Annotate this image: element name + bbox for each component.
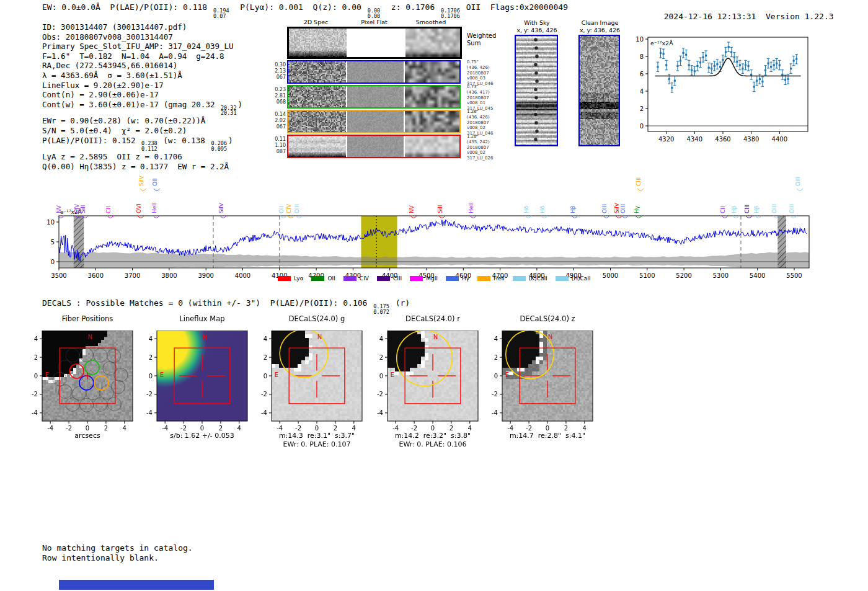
spec2d-row-1-left-0: 0.23 [273, 87, 286, 93]
line-label-bracket-23 [722, 216, 728, 218]
info-6-text-0: LineFlux = 9.20(±2.90)e-17 [42, 81, 164, 90]
errbar-pt-46 [787, 78, 789, 80]
spec2d-row-3-pixelflat [347, 136, 404, 157]
line-label-bracket-24 [733, 216, 739, 218]
panel-ytick-label-g-0: -4 [261, 409, 267, 416]
panel-ytick-label-r-4: 4 [379, 335, 383, 342]
spec2d-title-smoothed: Smoothed [404, 19, 458, 25]
line-label-OIII-28: OIII [789, 204, 795, 213]
spec2d-row-0-left-0: 0.30 [273, 62, 286, 68]
spec2d-row-1-left-2: 068 [273, 99, 286, 105]
legend-label-MgII: MgII [426, 275, 438, 282]
line-label-bracket-25 [746, 216, 752, 218]
info-11-text-0: P(LAE)/P(OII): 0.152 [42, 136, 140, 145]
panel-ytick-label-z-4: 4 [494, 335, 498, 342]
line-label-bracket-7 [154, 189, 160, 191]
line-label-bracket-15 [525, 216, 531, 218]
spec2d-row-3-right-1: (435, 242) [467, 140, 504, 145]
spec2d-row-1-left-1: 2.81 [273, 93, 286, 99]
fiber-circle-gray-1 [80, 348, 94, 362]
spec2d-row-3-right-0: 1.28" [467, 134, 504, 140]
detection-info-block: ID: 3001314407 (3001314407.pdf)Obs: 2018… [42, 22, 242, 171]
weighted-sum-label-2: Sum [467, 40, 496, 47]
panel-ytick-label-fiber-0: -4 [32, 409, 38, 416]
spec2d-row-0-left-labels: 0.302.13067 [273, 62, 286, 81]
compass-e-z: E [505, 371, 509, 378]
line-label-bracket-17 [572, 216, 578, 218]
errbar-pt-44 [781, 74, 783, 76]
spec2d-row-2-right-labels: 1.26"(436, 426)20180807v008_02317_LU_046 [467, 109, 504, 136]
spec2d-row-2-smoothed [405, 111, 459, 132]
fiber-circle-gray-2 [94, 349, 107, 362]
panel-ytick-label-lineflux-2: 0 [149, 373, 153, 380]
line-label-CIII-25: CIII [744, 205, 750, 213]
legend-swatch-Lyα [278, 276, 291, 281]
panel-caption1-z: m:14.7 re:2.8" s:4.1" [477, 432, 618, 440]
errbar-pt-15 [699, 61, 701, 63]
line-label-Hδ-16: Hδ [539, 205, 546, 213]
panel-ytick-label-r-1: -2 [377, 391, 383, 398]
legend-swatch-Hγ [446, 276, 459, 281]
panel-xtick-label-lineflux-3: 2 [219, 425, 223, 432]
header-frac-5: 0.17060.1706 [441, 8, 460, 19]
errbar-pt-12 [691, 69, 693, 71]
errbar-pt-14 [696, 65, 698, 67]
line-label-bracket-5 [140, 189, 146, 191]
panel-xtick-label-z-3: 2 [564, 425, 568, 432]
footer-blue-bar [59, 580, 214, 590]
panel-overlay-z: NE-4-4-2-2002244 [482, 331, 613, 441]
fiber-circle-colored-2 [79, 376, 94, 390]
spec2d-row-1-right-3: v008_01 [467, 100, 504, 106]
errbar-pt-49 [795, 58, 797, 60]
legend-swatch-MgII [410, 276, 423, 281]
errbar-pt-38 [764, 69, 766, 71]
main-xtick-label-19: 5400 [750, 272, 765, 279]
spec2d-row-2-left-labels: 0.142.02067 [273, 112, 286, 130]
legend-item-HeII: HeII [477, 275, 505, 282]
spec2d-row-1-right-0: 0.73" [467, 84, 504, 90]
fiber-circle-gray-6 [114, 368, 128, 382]
panel-ytick-label-g-1: -2 [261, 391, 267, 398]
spec2d-row-0-right-0: 0.75" [467, 60, 504, 65]
fiber-circle-gray-15 [94, 398, 107, 411]
spec2d-weighted-pixelflat [348, 29, 404, 57]
errbar-pt-33 [750, 74, 752, 76]
zoom-ytick-label-2: 4 [640, 88, 644, 95]
main-xtick-label-4: 3900 [198, 272, 213, 279]
panel-ytick-label-z-0: -4 [492, 409, 498, 416]
panel-title-lineflux: Lineflux Map [144, 314, 260, 323]
panel-xtick-label-fiber-2: 0 [86, 425, 89, 432]
decals-text-2: (r) [391, 298, 410, 308]
zoom-ytick-label-5: 10 [636, 36, 644, 43]
line-label-SiIV-19: SiIV [614, 202, 620, 213]
panel-ytick-label-z-3: 2 [494, 354, 498, 361]
compass-n-z: N [548, 334, 552, 340]
line-label-SiII-13: SiII [437, 205, 443, 213]
panel-border-r [388, 331, 478, 421]
panel-xtick-label-z-2: 0 [546, 425, 549, 432]
cleanimage-title: Clean Image x, y: 436, 426 [574, 19, 626, 34]
main-xtick-label-17: 5200 [676, 272, 691, 279]
panel-border-g [272, 331, 362, 421]
info-line-4: RA,Dec (272.543945,66.016014) [42, 61, 242, 71]
panel-ytick-label-lineflux-0: -4 [146, 409, 153, 416]
hatched-band-1 [777, 216, 786, 268]
spec2d-row-3-left-1: 1.10 [273, 143, 286, 149]
info-11-text-4: ) [228, 136, 233, 145]
spec2d-weighted-row [287, 27, 462, 59]
spec2d-row-0-right-labels: 0.75"(436, 426)20180807v008_03317_LU_046 [467, 60, 504, 87]
spec2d-row-1-left-labels: 0.232.81068 [273, 87, 286, 105]
compass-e-r: E [391, 371, 394, 378]
legend-item-MgII: MgII [410, 275, 438, 282]
errbar-pt-28 [736, 61, 738, 63]
zoom-ytick-label-1: 2 [640, 105, 644, 112]
weighted-sum-label: Weighted Sum [467, 32, 496, 47]
errbar-pt-5 [671, 87, 673, 89]
legend-label-CIV: CIV [360, 275, 369, 282]
spec2d-row-0-left-1: 2.13 [273, 68, 286, 74]
main-xtick-label-5: 4000 [235, 272, 250, 279]
legend-label-Hγ: Hγ [462, 275, 469, 282]
spec2d-row-2-right-1: (436, 426) [467, 115, 504, 120]
panel-ytick-label-g-3: 2 [264, 354, 267, 361]
errbar-pt-11 [688, 64, 690, 66]
